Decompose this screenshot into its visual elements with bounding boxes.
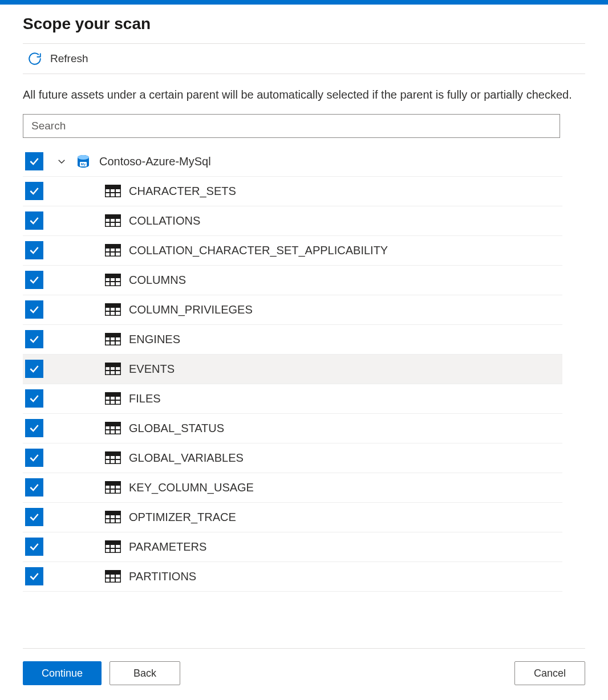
tree-child-row[interactable]: COLLATIONS xyxy=(23,206,562,236)
table-icon xyxy=(105,451,121,464)
checkbox[interactable] xyxy=(25,241,43,259)
checkbox[interactable] xyxy=(25,152,43,170)
back-button[interactable]: Back xyxy=(110,661,180,685)
table-icon xyxy=(105,392,121,405)
svg-rect-33 xyxy=(105,303,121,307)
refresh-button[interactable]: Refresh xyxy=(27,51,88,66)
tree-item-label: GLOBAL_STATUS xyxy=(129,422,224,435)
table-icon xyxy=(105,303,121,316)
svg-rect-51 xyxy=(105,392,121,396)
tree-item-label: CHARACTER_SETS xyxy=(129,185,236,198)
checkbox[interactable] xyxy=(25,211,43,230)
tree-item-label: COLLATIONS xyxy=(129,214,200,227)
description-text: All future assets under a certain parent… xyxy=(23,87,585,104)
footer: Continue Back Cancel xyxy=(23,648,585,700)
checkbox[interactable] xyxy=(25,538,43,556)
svg-rect-69 xyxy=(105,481,121,485)
checkbox[interactable] xyxy=(25,419,43,437)
tree-child-row[interactable]: PARAMETERS xyxy=(23,532,562,562)
tree-child-row[interactable]: COLUMN_PRIVILEGES xyxy=(23,295,562,325)
tree-child-row[interactable]: ENGINES xyxy=(23,325,562,355)
svg-rect-75 xyxy=(105,511,121,514)
svg-text:My: My xyxy=(81,162,86,166)
checkbox[interactable] xyxy=(25,389,43,408)
tree-item-label: FILES xyxy=(129,392,161,405)
table-icon xyxy=(105,540,121,553)
table-icon xyxy=(105,274,121,286)
refresh-icon xyxy=(27,51,42,66)
refresh-label: Refresh xyxy=(50,52,88,65)
svg-rect-63 xyxy=(105,451,121,455)
tree-child-row[interactable]: GLOBAL_STATUS xyxy=(23,414,562,443)
checkbox[interactable] xyxy=(25,478,43,496)
svg-rect-87 xyxy=(105,570,121,573)
checkbox[interactable] xyxy=(25,508,43,526)
svg-rect-15 xyxy=(105,214,121,218)
search-input[interactable] xyxy=(23,114,560,138)
tree-child-row[interactable]: FILES xyxy=(23,384,562,414)
checkbox[interactable] xyxy=(25,567,43,585)
tree-item-label: ENGINES xyxy=(129,333,180,346)
svg-rect-39 xyxy=(105,333,121,336)
table-icon xyxy=(105,185,121,197)
svg-rect-57 xyxy=(105,422,121,425)
tree-item-label: GLOBAL_VARIABLES xyxy=(129,451,244,465)
tree-child-row[interactable]: OPTIMIZER_TRACE xyxy=(23,503,562,532)
tree-child-row[interactable]: KEY_COLUMN_USAGE xyxy=(23,473,562,503)
tree-child-row[interactable]: CHARACTER_SETS xyxy=(23,177,562,206)
table-icon xyxy=(105,570,121,583)
tree-child-row[interactable]: GLOBAL_VARIABLES xyxy=(23,443,562,473)
table-icon xyxy=(105,481,121,494)
tree-item-label: KEY_COLUMN_USAGE xyxy=(129,481,254,494)
svg-point-1 xyxy=(78,155,89,160)
continue-button[interactable]: Continue xyxy=(23,661,102,685)
toolbar: Refresh xyxy=(23,43,585,74)
cancel-button[interactable]: Cancel xyxy=(514,661,585,685)
checkbox[interactable] xyxy=(25,360,43,378)
asset-tree[interactable]: My Contoso-Azure-MySql CHARACTER_SETSCOL… xyxy=(23,147,562,645)
table-icon xyxy=(105,422,121,434)
table-icon xyxy=(105,333,121,345)
table-icon xyxy=(105,363,121,375)
tree-child-row[interactable]: PARTITIONS xyxy=(23,562,562,592)
checkbox[interactable] xyxy=(25,449,43,467)
mysql-database-icon: My xyxy=(75,153,91,169)
svg-rect-9 xyxy=(105,185,121,188)
table-icon xyxy=(105,244,121,257)
svg-rect-81 xyxy=(105,540,121,544)
chevron-down-icon[interactable] xyxy=(55,154,68,168)
svg-rect-45 xyxy=(105,363,121,366)
checkbox[interactable] xyxy=(25,271,43,289)
tree-item-label: COLUMNS xyxy=(129,274,186,287)
tree-root-label: Contoso-Azure-MySql xyxy=(99,155,211,168)
tree-item-label: OPTIMIZER_TRACE xyxy=(129,511,236,524)
table-icon xyxy=(105,511,121,523)
checkbox[interactable] xyxy=(25,330,43,348)
table-icon xyxy=(105,214,121,227)
tree-child-row[interactable]: COLUMNS xyxy=(23,266,562,295)
svg-rect-27 xyxy=(105,274,121,277)
tree-child-row[interactable]: COLLATION_CHARACTER_SET_APPLICABILITY xyxy=(23,236,562,266)
tree-item-label: EVENTS xyxy=(129,363,175,376)
tree-child-row[interactable]: EVENTS xyxy=(23,355,562,384)
svg-rect-21 xyxy=(105,244,121,247)
checkbox[interactable] xyxy=(25,182,43,200)
tree-item-label: PARAMETERS xyxy=(129,540,206,554)
tree-item-label: PARTITIONS xyxy=(129,570,196,583)
checkbox[interactable] xyxy=(25,300,43,319)
page-title: Scope your scan xyxy=(23,15,585,33)
tree-root-row[interactable]: My Contoso-Azure-MySql xyxy=(23,147,562,177)
tree-item-label: COLLATION_CHARACTER_SET_APPLICABILITY xyxy=(129,244,388,257)
tree-item-label: COLUMN_PRIVILEGES xyxy=(129,303,253,316)
